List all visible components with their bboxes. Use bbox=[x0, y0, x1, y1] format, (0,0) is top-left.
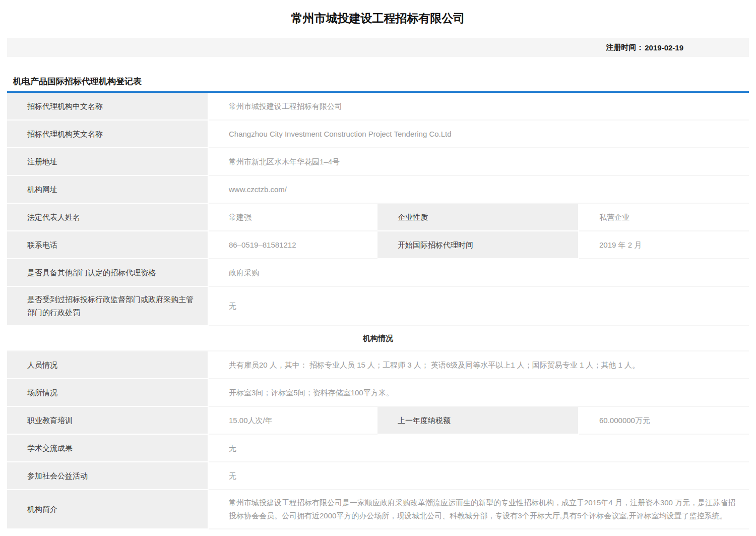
table-row-penalty: 是否受到过招标投标行政监督部门或政府采购主管部门的行政处罚 无 bbox=[7, 287, 749, 326]
table-row-phone: 联系电话 86–0519–81581212 开始国际招标代理时间 2019 年 … bbox=[7, 231, 749, 259]
page-title: 常州市城投建设工程招标有限公司 bbox=[7, 0, 749, 26]
row-value: 15.00人次/年 bbox=[209, 407, 377, 435]
table-row-cn-name: 招标代理机构中文名称 常州市城投建设工程招标有限公司 bbox=[7, 93, 749, 121]
row-value: 2019 年 2 月 bbox=[579, 231, 749, 259]
row-value: 私营企业 bbox=[579, 204, 749, 231]
row-label: 机构网址 bbox=[7, 176, 209, 204]
table-row-address: 注册地址 常州市新北区水木年华花园1–4号 bbox=[7, 148, 749, 176]
row-label: 企业性质 bbox=[377, 204, 579, 231]
table-row-en-name: 招标代理机构英文名称 Changzhou City Investment Con… bbox=[7, 121, 749, 148]
row-label: 是否受到过招标投标行政监督部门或政府采购主管部门的行政处罚 bbox=[7, 287, 209, 326]
section-header-label: 机构情况 bbox=[7, 326, 749, 351]
section-title: 机电产品国际招标代理机构登记表 bbox=[7, 76, 749, 88]
row-label: 机构简介 bbox=[7, 490, 209, 529]
row-value: 开标室3间；评标室5间；资料存储室100平方米。 bbox=[209, 379, 749, 407]
row-label: 联系电话 bbox=[7, 231, 209, 259]
table-row-legal-rep: 法定代表人姓名 常建强 企业性质 私营企业 bbox=[7, 204, 749, 231]
row-label: 场所情况 bbox=[7, 379, 209, 407]
table-section-header: 机构情况 bbox=[7, 326, 749, 351]
registration-time-bar: 注册时间： 2019-02-19 bbox=[7, 38, 749, 57]
registration-table: 招标代理机构中文名称 常州市城投建设工程招标有限公司 招标代理机构英文名称 Ch… bbox=[7, 93, 749, 529]
row-value: 60.000000万元 bbox=[579, 407, 749, 435]
table-row-training: 职业教育培训 15.00人次/年 上一年度纳税额 60.000000万元 bbox=[7, 407, 749, 435]
row-value: www.czctzb.com/ bbox=[209, 176, 749, 204]
row-label: 注册地址 bbox=[7, 148, 209, 176]
registration-time-label: 注册时间： bbox=[606, 43, 644, 52]
row-value: 86–0519–81581212 bbox=[209, 231, 377, 259]
table-row-other-qualification: 是否具备其他部门认定的招标代理资格 政府采购 bbox=[7, 259, 749, 287]
table-row-website: 机构网址 www.czctzb.com/ bbox=[7, 176, 749, 204]
row-label: 招标代理机构中文名称 bbox=[7, 93, 209, 121]
row-label: 学术交流成果 bbox=[7, 435, 209, 462]
table-row-academic: 学术交流成果 无 bbox=[7, 435, 749, 462]
row-label: 招标代理机构英文名称 bbox=[7, 121, 209, 148]
row-label: 是否具备其他部门认定的招标代理资格 bbox=[7, 259, 209, 287]
row-value: 无 bbox=[209, 462, 749, 490]
row-value: 无 bbox=[209, 287, 749, 326]
row-value: 常建强 bbox=[209, 204, 377, 231]
row-label: 参加社会公益活动 bbox=[7, 462, 209, 490]
table-row-charity: 参加社会公益活动 无 bbox=[7, 462, 749, 490]
row-label: 法定代表人姓名 bbox=[7, 204, 209, 231]
row-label: 上一年度纳税额 bbox=[377, 407, 579, 435]
row-value: 无 bbox=[209, 435, 749, 462]
page: 常州市城投建设工程招标有限公司 注册时间： 2019-02-19 机电产品国际招… bbox=[7, 0, 749, 536]
registration-time-value: 2019-02-19 bbox=[645, 43, 683, 52]
row-value: 常州市新北区水木年华花园1–4号 bbox=[209, 148, 749, 176]
row-value: 常州市城投建设工程招标有限公司是一家顺应政府采购改革潮流应运而生的新型的专业性招… bbox=[209, 490, 749, 529]
row-value: 共有雇员20 人，其中： 招标专业人员 15 人；工程师 3 人； 英语6级及同… bbox=[209, 351, 749, 379]
row-label: 开始国际招标代理时间 bbox=[377, 231, 579, 259]
row-value: 常州市城投建设工程招标有限公司 bbox=[209, 93, 749, 121]
row-value: 政府采购 bbox=[209, 259, 749, 287]
table-row-premises: 场所情况 开标室3间；评标室5间；资料存储室100平方米。 bbox=[7, 379, 749, 407]
table-row-staff: 人员情况 共有雇员20 人，其中： 招标专业人员 15 人；工程师 3 人； 英… bbox=[7, 351, 749, 379]
table-row-intro: 机构简介 常州市城投建设工程招标有限公司是一家顺应政府采购改革潮流应运而生的新型… bbox=[7, 490, 749, 529]
row-value: Changzhou City Investment Construction P… bbox=[209, 121, 749, 148]
row-label: 人员情况 bbox=[7, 351, 209, 379]
row-label: 职业教育培训 bbox=[7, 407, 209, 435]
